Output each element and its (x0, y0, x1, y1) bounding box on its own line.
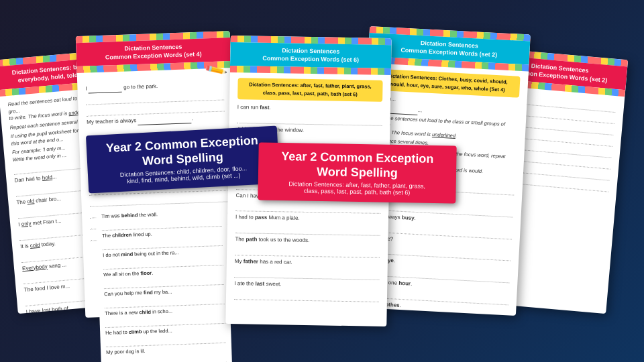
ws3-s7: The path took us to the woods. (235, 235, 380, 247)
ws3-s6: I had to pass Mum a plate. (235, 213, 380, 225)
ws3-line6 (235, 224, 380, 236)
ws3-s9: I ate the last sweet. (234, 280, 379, 291)
ws4-yellow-box: Dictation Sentences: Clothes, busy, covi… (374, 69, 520, 98)
ws3-header: Dictation Sentences Common Exception Wor… (230, 42, 392, 69)
banner2-subtitle: Dictation Sentences: after, fast, father… (271, 180, 442, 196)
ws3-line9 (234, 290, 379, 302)
banner2-title: Year 2 Common ExceptionWord Spelling (272, 149, 443, 182)
ws3-line7 (235, 246, 380, 258)
ws3-line1 (237, 114, 382, 126)
ws2-extra-sentences: Tim was behind the wall. The children li… (96, 206, 233, 362)
banner-navy-left: Year 2 Common ExceptionWord Spelling Dic… (86, 126, 280, 194)
ws3-line5 (235, 202, 380, 214)
ws3-yellow-box: Dictation Sentences: after, fast, father… (237, 78, 383, 103)
ws3-line8 (234, 268, 379, 280)
banner-red-center: Year 2 Common ExceptionWord Spelling Dic… (258, 142, 456, 203)
ws3-s8: My father has a red car. (235, 257, 380, 269)
ws3-s1: I can run fast. (237, 104, 382, 115)
main-scene: Dictation Sentences: both, old, cold, ev… (0, 0, 644, 362)
